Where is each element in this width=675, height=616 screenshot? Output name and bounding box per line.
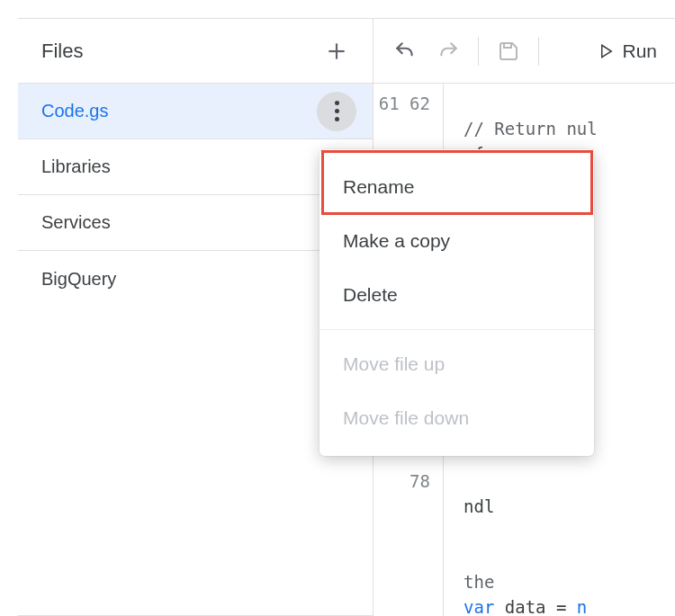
redo-icon xyxy=(436,40,460,63)
run-label: Run xyxy=(622,40,657,62)
file-row-code-gs[interactable]: Code.gs xyxy=(18,84,373,139)
redo-button[interactable] xyxy=(428,31,469,72)
toolbar-separator xyxy=(538,37,539,66)
menu-item-make-copy[interactable]: Make a copy xyxy=(320,214,594,268)
file-more-button[interactable] xyxy=(317,92,356,131)
svg-marker-3 xyxy=(602,45,612,58)
save-button[interactable] xyxy=(488,31,529,72)
editor-toolbar: Run xyxy=(374,19,675,84)
menu-item-delete[interactable]: Delete xyxy=(320,268,594,322)
more-vertical-icon xyxy=(335,101,339,121)
plus-icon xyxy=(325,40,348,63)
sidebar-header: Files xyxy=(18,19,373,84)
file-context-menu: Rename Make a copy Delete Move file up M… xyxy=(320,149,594,456)
menu-item-move-down: Move file down xyxy=(320,391,594,445)
service-label: BigQuery xyxy=(41,269,116,290)
section-label: Libraries xyxy=(41,156,111,177)
run-button[interactable]: Run xyxy=(591,40,664,62)
sidebar-title: Files xyxy=(41,40,83,63)
file-name-label: Code.gs xyxy=(41,101,109,121)
menu-item-move-up: Move file up xyxy=(320,337,594,391)
add-file-button[interactable] xyxy=(319,33,355,69)
undo-icon xyxy=(393,40,417,63)
menu-separator xyxy=(320,329,594,330)
save-icon xyxy=(498,40,519,62)
section-label: Services xyxy=(41,212,111,233)
menu-item-rename[interactable]: Rename xyxy=(320,160,594,214)
toolbar-separator xyxy=(478,37,479,66)
svg-rect-2 xyxy=(504,43,511,48)
undo-button[interactable] xyxy=(384,31,426,72)
play-icon xyxy=(598,43,615,59)
